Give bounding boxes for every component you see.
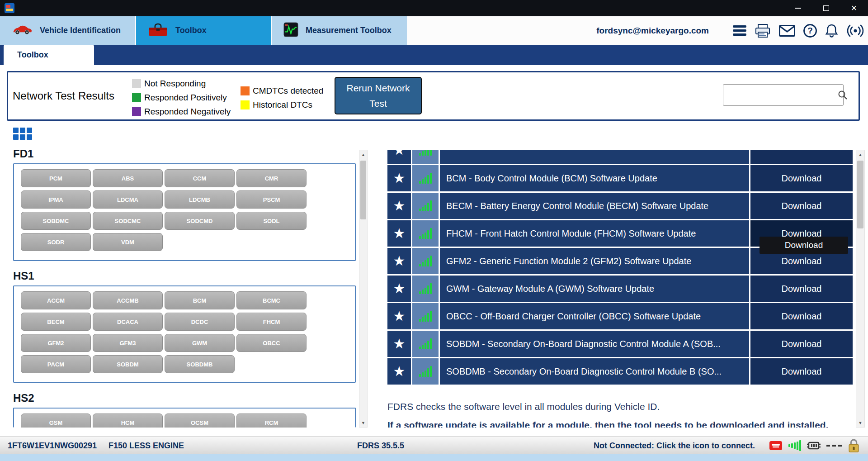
module-button[interactable]: CCM bbox=[165, 169, 235, 187]
download-button[interactable]: Download bbox=[750, 193, 853, 219]
module-button[interactable]: SOBDMC bbox=[21, 212, 91, 230]
legend-swatch-not-responding bbox=[132, 79, 141, 88]
adapter-icon[interactable] bbox=[807, 441, 821, 451]
network-status-cell bbox=[412, 220, 439, 247]
title-bar: × bbox=[0, 0, 868, 16]
favorite-star-cell[interactable]: ★ bbox=[387, 358, 411, 385]
signal-strength-icon[interactable] bbox=[788, 440, 801, 451]
tab-measurement-toolbox[interactable]: Measurement Toolbox bbox=[272, 16, 407, 45]
close-button[interactable]: × bbox=[840, 0, 868, 16]
module-button[interactable]: OCSM bbox=[165, 413, 235, 428]
signal-bars-icon bbox=[419, 200, 432, 211]
minimize-icon bbox=[795, 8, 801, 9]
scroll-thumb[interactable] bbox=[360, 161, 366, 219]
module-button[interactable]: FHCM bbox=[236, 313, 307, 331]
module-button[interactable]: ACCM bbox=[21, 291, 91, 309]
tab-label: Measurement Toolbox bbox=[306, 26, 392, 35]
module-button[interactable]: DCDC bbox=[165, 313, 235, 331]
bell-icon[interactable] bbox=[825, 24, 838, 38]
module-grid-hs1: ACCM ACCMB BCM BCMC BECM DCACA DCDC FHCM… bbox=[14, 286, 355, 373]
download-button[interactable]: Download bbox=[750, 358, 853, 385]
module-button[interactable]: SODCMD bbox=[165, 212, 235, 230]
bus-label-fd1: FD1 bbox=[13, 147, 33, 160]
help-icon[interactable]: ? bbox=[803, 24, 817, 38]
module-button[interactable]: SOBDM bbox=[93, 355, 163, 373]
module-update-name: SOBDMB - Secondary On-Board Diagnostic C… bbox=[440, 358, 749, 385]
module-button[interactable]: ABS bbox=[93, 169, 163, 187]
legend-item: Not Responding bbox=[132, 79, 231, 88]
download-button[interactable]: Download bbox=[750, 303, 853, 329]
legend-label: CMDTCs detected bbox=[253, 86, 323, 96]
module-update-name bbox=[440, 150, 749, 164]
search-icon[interactable] bbox=[837, 90, 848, 100]
module-button[interactable]: BCMC bbox=[236, 291, 307, 309]
favorite-star-cell[interactable]: ★ bbox=[387, 303, 411, 329]
bus-label-hs2: HS2 bbox=[13, 392, 34, 404]
favorite-star-cell[interactable]: ★ bbox=[387, 150, 411, 164]
module-button[interactable]: BCM bbox=[165, 291, 235, 309]
download-button[interactable] bbox=[750, 150, 853, 164]
module-button[interactable]: OBCC bbox=[236, 334, 307, 352]
module-button[interactable]: GFM2 bbox=[21, 334, 91, 352]
scroll-up-icon[interactable]: ▲ bbox=[359, 150, 367, 159]
update-row: ★ OBCC - Off-Board Charger Controller (O… bbox=[387, 303, 853, 329]
work-area: Network Test Results Not Responding Resp… bbox=[0, 65, 868, 437]
favorite-star-cell[interactable]: ★ bbox=[387, 193, 411, 219]
left-panel-scrollbar[interactable]: ▲ ▼ bbox=[359, 150, 368, 428]
update-row: ★ GWM - Gateway Module A (GWM) Software … bbox=[387, 276, 853, 302]
dashes-icon[interactable] bbox=[826, 445, 842, 447]
right-panel-scrollbar[interactable]: ▲ ▼ bbox=[856, 150, 865, 428]
tab-toolbox[interactable]: Toolbox bbox=[136, 16, 271, 45]
module-button[interactable]: SODCMC bbox=[93, 212, 163, 230]
module-button[interactable]: SODR bbox=[21, 233, 91, 251]
module-button[interactable]: PACM bbox=[21, 355, 91, 373]
search-input[interactable] bbox=[723, 85, 837, 105]
download-button[interactable]: Download bbox=[750, 165, 853, 191]
favorite-star-cell[interactable]: ★ bbox=[387, 220, 411, 247]
module-button[interactable]: PCM bbox=[21, 169, 91, 187]
legend-swatch-cmdtcs-detected bbox=[241, 86, 250, 95]
rerun-network-test-button[interactable]: Rerun Network Test bbox=[335, 77, 422, 114]
star-icon: ★ bbox=[393, 282, 406, 295]
download-button[interactable]: Download bbox=[750, 276, 853, 302]
printer-icon[interactable] bbox=[755, 24, 771, 38]
module-button[interactable]: GFM3 bbox=[93, 334, 163, 352]
network-test-results-panel: Network Test Results Not Responding Resp… bbox=[7, 71, 860, 121]
module-button[interactable]: RCM bbox=[236, 413, 307, 428]
module-button[interactable]: IPMA bbox=[21, 190, 91, 209]
maximize-button[interactable] bbox=[812, 0, 840, 16]
lock-icon[interactable] bbox=[848, 438, 860, 453]
module-button[interactable]: GSM bbox=[21, 413, 91, 428]
favorite-star-cell[interactable]: ★ bbox=[387, 331, 411, 357]
legend-label: Historical DTCs bbox=[253, 100, 312, 110]
module-button[interactable]: HCM bbox=[93, 413, 163, 428]
scroll-down-icon[interactable]: ▼ bbox=[856, 418, 864, 427]
module-button[interactable]: LDCMB bbox=[165, 190, 235, 209]
scroll-thumb[interactable] bbox=[857, 161, 863, 228]
mail-icon[interactable] bbox=[779, 25, 795, 37]
module-button[interactable]: VDM bbox=[93, 233, 163, 251]
subnav-tab-toolbox[interactable]: Toolbox bbox=[4, 45, 94, 65]
scroll-down-icon[interactable]: ▼ bbox=[359, 418, 367, 427]
favorite-star-cell[interactable]: ★ bbox=[387, 276, 411, 302]
module-button[interactable]: DCACA bbox=[93, 313, 163, 331]
favorite-star-cell[interactable]: ★ bbox=[387, 165, 411, 191]
grid-view-icon[interactable] bbox=[13, 128, 32, 140]
vci-icon[interactable] bbox=[769, 440, 783, 451]
module-button[interactable]: SODL bbox=[236, 212, 307, 230]
module-button[interactable]: BECM bbox=[21, 313, 91, 331]
minimize-button[interactable] bbox=[784, 0, 812, 16]
favorite-star-cell[interactable]: ★ bbox=[387, 248, 411, 274]
module-button[interactable]: SOBDMB bbox=[165, 355, 235, 373]
module-button[interactable]: GWM bbox=[165, 334, 235, 352]
menu-icon[interactable] bbox=[733, 25, 746, 36]
download-button[interactable]: Download bbox=[750, 331, 853, 357]
module-button[interactable]: ACCMB bbox=[93, 291, 163, 309]
broadcast-icon[interactable] bbox=[846, 24, 864, 38]
tab-vehicle-identification[interactable]: Vehicle Identification bbox=[0, 16, 135, 45]
update-row: ★ SOBDM - Secondary On-Board Diagnostic … bbox=[387, 331, 853, 357]
module-button[interactable]: CMR bbox=[236, 169, 307, 187]
module-button[interactable]: LDCMA bbox=[93, 190, 163, 209]
scroll-up-icon[interactable]: ▲ bbox=[856, 150, 864, 159]
module-button[interactable]: PSCM bbox=[236, 190, 307, 209]
